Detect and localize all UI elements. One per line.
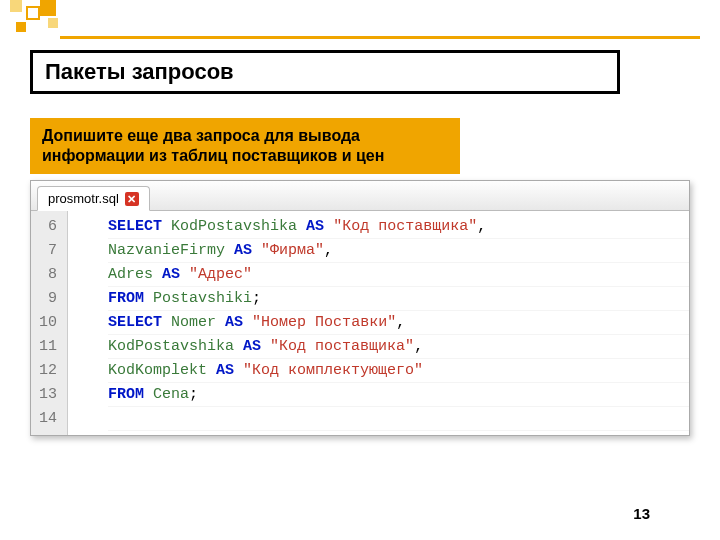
tab-filename: prosmotr.sql xyxy=(48,191,119,206)
code-line: Adres AS "Адрес" xyxy=(108,263,689,287)
task-instruction: Допишите еще два запроса для вывода инфо… xyxy=(30,118,460,174)
line-number: 11 xyxy=(39,335,57,359)
code-line: KodKomplekt AS "Код комплектующего" xyxy=(108,359,689,383)
line-number: 13 xyxy=(39,383,57,407)
line-number: 10 xyxy=(39,311,57,335)
line-number: 14 xyxy=(39,407,57,431)
line-gutter: 67891011121314 xyxy=(31,211,68,435)
slide-decoration xyxy=(0,0,720,40)
editor-tabbar: prosmotr.sql ✕ xyxy=(31,181,689,211)
code-area: 67891011121314 SELECT KodPostavshika AS … xyxy=(31,211,689,435)
code-content[interactable]: SELECT KodPostavshika AS "Код поставщика… xyxy=(68,211,689,435)
line-number: 12 xyxy=(39,359,57,383)
page-number: 13 xyxy=(633,505,650,522)
line-number: 7 xyxy=(39,239,57,263)
close-icon[interactable]: ✕ xyxy=(125,192,139,206)
code-line: SELECT Nomer AS "Номер Поставки", xyxy=(108,311,689,335)
code-line: SELECT KodPostavshika AS "Код поставщика… xyxy=(108,215,689,239)
line-number: 6 xyxy=(39,215,57,239)
code-line: FROM Postavshiki; xyxy=(108,287,689,311)
code-line: KodPostavshika AS "Код поставщика", xyxy=(108,335,689,359)
code-line: NazvanieFirmy AS "Фирма", xyxy=(108,239,689,263)
line-number: 9 xyxy=(39,287,57,311)
sql-editor: prosmotr.sql ✕ 67891011121314 SELECT Kod… xyxy=(30,180,690,436)
line-number: 8 xyxy=(39,263,57,287)
code-line xyxy=(108,407,689,431)
slide-title: Пакеты запросов xyxy=(30,50,620,94)
file-tab[interactable]: prosmotr.sql ✕ xyxy=(37,186,150,211)
code-line: FROM Cena; xyxy=(108,383,689,407)
